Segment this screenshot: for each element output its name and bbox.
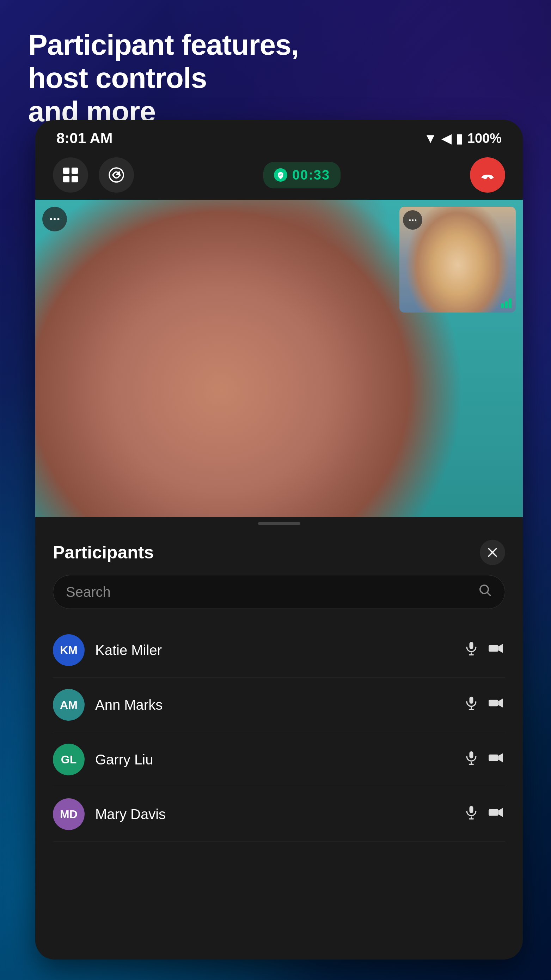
svg-rect-1 [71, 167, 78, 174]
status-time: 8:01 AM [56, 130, 113, 147]
participant-controls [464, 750, 505, 769]
participant-avatar: AM [53, 689, 84, 721]
svg-point-4 [109, 168, 123, 182]
close-participants-button[interactable] [480, 540, 505, 565]
pip-video-options-button[interactable] [403, 210, 422, 230]
camera-icon[interactable] [487, 750, 505, 769]
svg-point-5 [50, 218, 52, 220]
svg-point-6 [54, 218, 56, 220]
participant-avatar: MD [53, 798, 84, 830]
svg-point-7 [57, 218, 60, 220]
status-bar: 8:01 AM ▼ ◀ ▮ 100% [35, 120, 523, 150]
pip-video [399, 207, 516, 313]
participant-name: Ann Marks [95, 697, 453, 713]
microphone-icon[interactable] [464, 695, 479, 714]
security-shield-icon [274, 168, 287, 182]
call-timer-badge: 00:33 [264, 162, 341, 188]
svg-rect-27 [470, 806, 473, 813]
grid-view-button[interactable] [53, 158, 88, 192]
svg-rect-2 [63, 176, 70, 182]
svg-rect-15 [470, 642, 473, 649]
participants-header: Participants [53, 530, 505, 575]
svg-point-10 [414, 219, 416, 221]
svg-marker-18 [499, 644, 503, 653]
headline-line1: Participant features, [28, 28, 410, 61]
page-title: Participant features, host controls and … [28, 28, 410, 128]
participant-name: Garry Liu [95, 752, 453, 768]
participant-name: Mary Davis [95, 807, 453, 822]
participant-controls [464, 695, 505, 714]
main-video-options-button[interactable] [42, 207, 67, 231]
participant-controls [464, 641, 505, 660]
avatar-initials: AM [60, 698, 78, 711]
avatar-initials: GL [61, 753, 76, 766]
switch-camera-button[interactable] [99, 158, 134, 192]
call-toolbar: 00:33 [35, 150, 523, 200]
avatar-initials: KM [60, 644, 78, 657]
search-input[interactable]: Search [66, 584, 478, 600]
svg-marker-22 [499, 698, 503, 708]
headline-line2: host controls [28, 61, 410, 95]
phone-frame: 8:01 AM ▼ ◀ ▮ 100% [35, 120, 523, 959]
participants-panel: Participants Search [35, 530, 523, 842]
svg-rect-3 [71, 176, 78, 182]
list-item: AM Ann Marks [53, 678, 505, 732]
signal-icon: ◀ [441, 130, 452, 146]
svg-marker-30 [499, 808, 503, 817]
svg-rect-0 [63, 167, 70, 174]
battery-icon: ▮ [456, 130, 463, 146]
avatar-initials: MD [60, 808, 78, 821]
participant-controls [464, 805, 505, 824]
status-icons: ▼ ◀ ▮ 100% [424, 130, 502, 146]
svg-line-14 [487, 592, 491, 595]
participants-title: Participants [53, 542, 154, 563]
microphone-icon[interactable] [464, 641, 479, 660]
camera-icon[interactable] [487, 641, 505, 660]
battery-percent: 100% [467, 131, 502, 146]
svg-rect-19 [470, 697, 473, 704]
svg-rect-23 [470, 751, 473, 759]
camera-icon[interactable] [487, 805, 505, 824]
end-call-button[interactable] [470, 158, 505, 192]
camera-icon[interactable] [487, 695, 505, 714]
participant-avatar: KM [53, 634, 84, 666]
participant-name: Katie Miler [95, 643, 453, 658]
participant-list: KM Katie Miler [53, 623, 505, 842]
list-item: MD Mary Davis [53, 787, 505, 842]
signal-strength-indicator [501, 298, 511, 308]
svg-point-9 [412, 219, 413, 221]
svg-marker-26 [499, 753, 503, 762]
call-timer-text: 00:33 [292, 167, 330, 183]
list-item: KM Katie Miler [53, 623, 505, 678]
svg-point-8 [409, 219, 411, 221]
video-area [35, 200, 523, 517]
search-icon [478, 583, 492, 601]
microphone-icon[interactable] [464, 750, 479, 769]
search-bar[interactable]: Search [53, 575, 505, 609]
list-item: GL Garry Liu [53, 732, 505, 787]
microphone-icon[interactable] [464, 805, 479, 824]
wifi-icon: ▼ [424, 131, 437, 146]
phone-wrapper: 8:01 AM ▼ ◀ ▮ 100% [35, 120, 523, 980]
participant-avatar: GL [53, 744, 84, 775]
bottom-sheet-handle[interactable] [35, 517, 523, 530]
drag-bar [258, 522, 300, 525]
